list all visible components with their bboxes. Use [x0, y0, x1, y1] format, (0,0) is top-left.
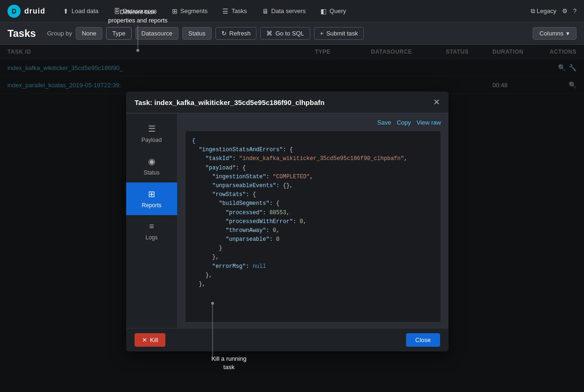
submit-label: Submit task	[326, 30, 358, 37]
sidebar-item-payload[interactable]: ☰ Payload	[126, 117, 177, 150]
reports-label: Reports	[142, 202, 161, 209]
modal-header: Task: index_kafka_wikiticker_35cd5e95c18…	[126, 91, 449, 113]
nav-item-segments[interactable]: ⊞ Segments	[165, 5, 214, 18]
data-servers-icon: 🖥	[262, 7, 269, 15]
type-button[interactable]: Type	[106, 27, 131, 40]
nav-item-datasources[interactable]: 🗄 Datasources	[107, 5, 164, 18]
nav-label-datasources: Datasources	[123, 7, 157, 14]
nav-item-tasks[interactable]: ☰ Tasks	[216, 5, 253, 18]
legacy-icon: ⧉	[531, 7, 535, 15]
table-area: Task ID Type Datasource Status Duration …	[0, 45, 584, 392]
logs-label: Logs	[145, 234, 157, 241]
kill-label: Kill	[150, 336, 158, 343]
legacy-link[interactable]: ⧉ Legacy	[531, 7, 556, 15]
reports-icon: ⊞	[148, 189, 155, 199]
settings-icon: ⚙	[562, 7, 568, 14]
nav-label-data-servers: Data servers	[271, 7, 306, 14]
columns-button[interactable]: Columns ▾	[533, 27, 577, 40]
sql-icon: ⌘	[266, 30, 272, 37]
nav-label-load-data: Load data	[71, 7, 99, 14]
save-button[interactable]: Save	[377, 119, 391, 126]
sidebar-item-logs[interactable]: ≡ Logs	[126, 215, 177, 247]
legacy-label: Legacy	[537, 7, 556, 14]
refresh-icon: ↻	[221, 30, 227, 37]
logs-icon: ≡	[149, 222, 154, 231]
sidebar-item-reports[interactable]: ⊞ Reports	[126, 182, 177, 215]
nav-label-tasks: Tasks	[231, 7, 247, 14]
content-toolbar: Save Copy View raw	[185, 119, 441, 126]
modal-body: ☰ Payload ◉ Status ⊞ Reports ≡ Logs	[126, 113, 449, 328]
load-data-icon: ⬆	[63, 7, 69, 15]
modal-footer: ✕ Kill Close	[126, 328, 449, 351]
status-button[interactable]: Status	[182, 27, 212, 40]
nav-label-segments: Segments	[180, 7, 208, 14]
nav-right: ⧉ Legacy ⚙ ?	[531, 7, 577, 15]
code-display: { "ingestionStatsAndErrors": { "taskId":…	[185, 131, 441, 322]
close-button[interactable]: Close	[406, 333, 440, 347]
status-nav-icon: ◉	[148, 156, 156, 167]
logo-icon: D	[7, 5, 21, 18]
nav-item-query[interactable]: ◧ Query	[314, 5, 352, 18]
query-icon: ◧	[320, 7, 327, 15]
help-button[interactable]: ?	[573, 7, 577, 14]
kill-button[interactable]: ✕ Kill	[135, 333, 165, 347]
payload-label: Payload	[142, 137, 162, 143]
sql-label: Go to SQL	[275, 30, 304, 37]
settings-button[interactable]: ⚙	[562, 7, 568, 14]
refresh-button[interactable]: ↻ Refresh	[215, 27, 257, 40]
top-navigation: D druid ⬆ Load data 🗄 Datasources ⊞ Segm…	[0, 0, 584, 22]
kill-icon: ✕	[142, 336, 147, 343]
sidebar-item-status[interactable]: ◉ Status	[126, 150, 177, 182]
go-to-sql-button[interactable]: ⌘ Go to SQL	[260, 27, 310, 40]
datasources-icon: 🗄	[114, 7, 120, 15]
modal-close-button[interactable]: ✕	[433, 98, 440, 106]
submit-task-button[interactable]: + Submit task	[314, 27, 364, 40]
help-icon: ?	[573, 7, 577, 14]
modal-title: Task: index_kafka_wikiticker_35cd5e95c18…	[135, 98, 325, 106]
group-by-none-button[interactable]: None	[76, 27, 102, 40]
nav-label-query: Query	[329, 7, 346, 14]
modal-content: Save Copy View raw { "ingestionStatsAndE…	[178, 113, 449, 328]
task-modal: Task: index_kafka_wikiticker_35cd5e95c18…	[126, 91, 449, 351]
modal-sidebar: ☰ Payload ◉ Status ⊞ Reports ≡ Logs	[126, 113, 178, 328]
view-raw-button[interactable]: View raw	[416, 119, 441, 126]
segments-icon: ⊞	[172, 7, 178, 15]
status-nav-label: Status	[143, 169, 159, 176]
nav-item-load-data[interactable]: ⬆ Load data	[57, 5, 105, 18]
refresh-label: Refresh	[229, 30, 251, 37]
columns-label: Columns	[540, 30, 563, 37]
group-by-label: Group by	[47, 30, 72, 37]
page-title: Tasks	[7, 28, 36, 40]
chevron-down-icon: ▾	[566, 30, 570, 37]
nav-item-data-servers[interactable]: 🖥 Data servers	[256, 5, 313, 18]
payload-icon: ☰	[148, 124, 156, 134]
datasource-button[interactable]: Datasource	[135, 27, 178, 40]
tasks-icon: ☰	[222, 7, 228, 15]
plus-icon: +	[320, 30, 324, 37]
logo-text: druid	[24, 7, 45, 15]
logo[interactable]: D druid	[7, 5, 45, 18]
sub-toolbar: Tasks Group by None Type Datasource Stat…	[0, 22, 584, 45]
copy-button[interactable]: Copy	[397, 119, 411, 126]
nav-items: ⬆ Load data 🗄 Datasources ⊞ Segments ☰ T…	[57, 5, 531, 18]
